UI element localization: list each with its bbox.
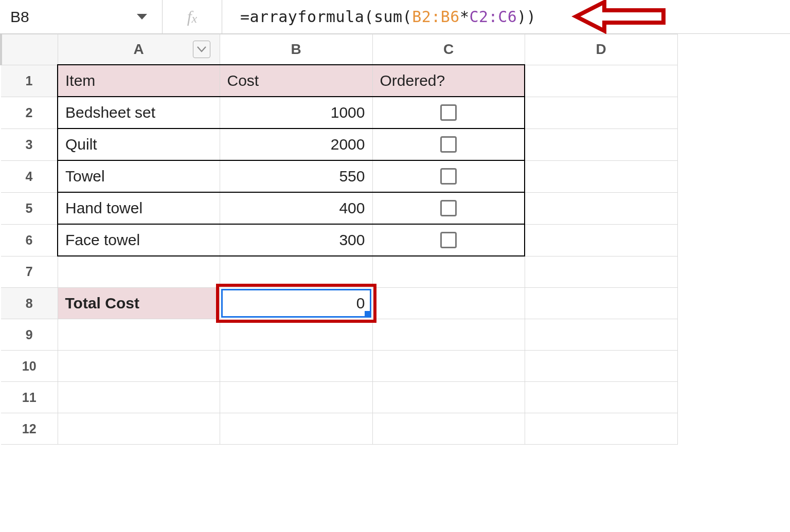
cell[interactable]: 550 [220,161,372,192]
column-header-row: A B C D [1,34,677,65]
cell[interactable] [525,319,677,350]
cell[interactable] [525,256,677,288]
cell[interactable] [525,413,677,444]
cell[interactable] [525,382,677,413]
table-row: 11 [1,382,677,413]
row-header[interactable]: 1 [1,65,58,97]
row-header[interactable]: 11 [1,382,58,413]
row-header[interactable]: 9 [1,319,58,351]
row-header[interactable]: 12 [1,413,58,445]
select-all-corner[interactable] [1,34,58,65]
cell[interactable]: Quilt [58,129,220,160]
cell[interactable] [220,382,372,413]
row-header[interactable]: 5 [1,192,58,224]
column-header-A[interactable]: A [58,34,220,65]
cell[interactable]: 300 [220,225,372,255]
cell[interactable] [58,256,220,287]
row-header[interactable]: 8 [1,288,58,319]
cell[interactable] [525,193,677,224]
cell[interactable] [373,97,525,128]
formula-bar: B8 fx =arrayformula(sum(B2:B6*C2:C6)) [0,0,790,34]
table-row: 12 [1,413,677,445]
formula-input[interactable]: =arrayformula(sum(B2:B6*C2:C6)) [222,0,790,33]
cell[interactable] [220,319,372,350]
table-row: 6 Face towel 300 [1,224,677,256]
table-row: 10 [1,351,677,382]
row-header[interactable]: 6 [1,224,58,256]
cell[interactable]: 1000 [220,97,372,128]
cell[interactable]: Face towel [58,225,220,255]
cell[interactable] [58,413,220,444]
caret-down-icon[interactable] [136,13,148,21]
checkbox[interactable] [440,232,457,248]
chevron-down-icon[interactable] [193,41,210,58]
cell[interactable] [525,129,677,160]
spreadsheet-app: { "namebox": {"cell_ref": "B8"}, "formul… [0,0,790,445]
cell[interactable] [373,193,525,224]
cell[interactable]: Bedsheet set [58,97,220,128]
cell[interactable] [373,225,525,255]
table-row: 7 [1,256,677,288]
cell[interactable]: Ordered? [373,65,525,96]
column-header-C[interactable]: C [372,34,525,65]
name-box[interactable]: B8 [0,0,163,33]
column-header-D[interactable]: D [525,34,677,65]
cell[interactable] [373,319,525,350]
cell[interactable] [373,351,525,381]
row-header[interactable]: 10 [1,351,58,382]
row-header[interactable]: 4 [1,160,58,192]
cell[interactable]: Cost [220,65,372,96]
checkbox[interactable] [440,200,457,216]
cell[interactable] [220,413,372,444]
cell[interactable] [373,256,525,287]
fx-icon: fx [163,0,222,33]
cell[interactable]: 2000 [220,129,372,160]
cell[interactable] [58,351,220,381]
table-row: 1 Item Cost Ordered? [1,65,677,97]
cell[interactable] [373,161,525,192]
cell[interactable] [373,129,525,160]
cell[interactable] [525,351,677,381]
cell[interactable] [373,382,525,413]
cell[interactable] [220,351,372,381]
cell[interactable] [373,288,525,319]
checkbox[interactable] [440,168,457,185]
spreadsheet-grid[interactable]: A B C D 1 Item Cost Ordered? 2 Bedsheet … [0,34,790,445]
table-row: 3 Quilt 2000 [1,129,677,160]
table-row: 2 Bedsheet set 1000 [1,97,677,129]
column-header-B[interactable]: B [220,34,372,65]
selected-cell[interactable]: 0 [220,288,372,319]
cell[interactable] [58,382,220,413]
name-box-value: B8 [10,8,29,26]
cell[interactable] [525,161,677,192]
row-header[interactable]: 7 [1,256,58,288]
checkbox[interactable] [440,104,457,121]
table-row: 8 Total Cost 0 [1,288,677,319]
cell[interactable] [525,225,677,256]
checkbox[interactable] [440,136,457,153]
cell[interactable]: Towel [58,161,220,192]
row-header[interactable]: 2 [1,97,58,129]
cell[interactable]: Total Cost [58,288,220,319]
cell[interactable] [373,413,525,444]
cell[interactable] [220,256,372,287]
cell[interactable] [525,288,677,319]
cell[interactable]: 400 [220,193,372,224]
cell[interactable] [58,319,220,350]
table-row: 5 Hand towel 400 [1,192,677,224]
cell[interactable] [525,65,677,97]
cell[interactable] [525,97,677,129]
table-row: 9 [1,319,677,351]
table-row: 4 Towel 550 [1,160,677,192]
row-header[interactable]: 3 [1,129,58,160]
cell[interactable]: Item [58,65,220,96]
cell[interactable]: 0 [220,288,372,319]
cell[interactable]: Hand towel [58,193,220,224]
